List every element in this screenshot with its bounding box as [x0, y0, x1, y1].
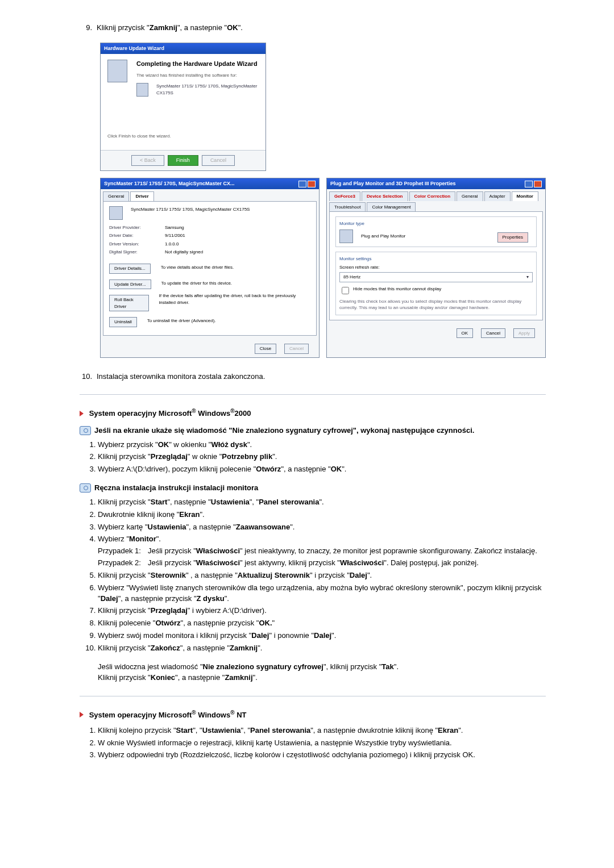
list-item: Wybierz przycisk "OK" w okienku "Włóż dy…	[98, 440, 546, 450]
driver-device: SyncMaster 171S/ 175S/ 170S, MagicSyncMa…	[131, 206, 250, 220]
update-driver-button[interactable]: Update Driver...	[109, 279, 151, 290]
tab-device-selection[interactable]: Device Selection	[362, 191, 408, 201]
list-item: Wybierz "Wyświetl listę znanych sterowni…	[98, 583, 546, 604]
tail-notes: Jeśli widoczna jest wiadomość "Nie znale…	[98, 662, 546, 683]
arrow-right-icon	[80, 410, 87, 418]
props-apply-button[interactable]: Apply	[513, 328, 535, 339]
step-number: 9.	[80, 23, 92, 34]
list-item: Wybierz kartę "Ustawienia", a następnie …	[98, 522, 546, 533]
list-item: Wybierz swój model monitora i kliknij pr…	[98, 631, 546, 641]
help-icon[interactable]	[298, 181, 306, 187]
monitor-settings-group: Monitor settings Screen refresh rate: 85…	[335, 252, 537, 315]
chevron-down-icon: ▾	[526, 274, 529, 281]
refresh-select[interactable]: 85 Hertz ▾	[339, 272, 533, 282]
subsection-manual-install: Ręczna instalacja instrukcji instalacji …	[80, 483, 546, 494]
list-item: Kliknij przycisk "Przeglądaj" i wybierz …	[98, 606, 546, 616]
close-icon[interactable]	[308, 181, 316, 187]
list-item: Kliknij kolejno przycisk "Start", "Ustaw…	[98, 725, 546, 736]
section-heading-win2000: System operacyjny Microsoft® Windows®200…	[80, 407, 546, 419]
list-item: Kliknij polecenie "Otwórz", a następnie …	[98, 618, 546, 629]
refresh-label: Screen refresh rate:	[339, 264, 533, 271]
props-ok-button[interactable]: OK	[457, 328, 474, 339]
hide-modes-note: Clearing this check box allows you to se…	[339, 298, 533, 311]
wizard-click-finish: Click Finish to close the wizard.	[107, 133, 259, 140]
section-divider	[80, 394, 546, 395]
step-number: 10.	[80, 372, 92, 382]
hide-modes-checkbox[interactable]	[342, 287, 349, 294]
wizard-heading: Completing the Hardware Update Wizard	[136, 60, 259, 69]
manual-steps: Kliknij przycisk "Start", następnie "Ust…	[80, 497, 546, 654]
subsection-signature: Jeśli na ekranie ukaże się wiadomość "Ni…	[80, 425, 546, 436]
tab-general[interactable]: General	[457, 191, 483, 201]
tab-driver[interactable]: Driver	[130, 191, 154, 201]
screenshot-monitor-properties: Plug and Play Monitor and 3D Prophet III…	[326, 178, 546, 358]
device-icon	[136, 83, 148, 97]
driver-details-button[interactable]: Driver Details...	[109, 264, 151, 274]
driver-signer: Not digitally signed	[165, 249, 203, 256]
list-item: W oknie Wyświetl informacje o rejestracj…	[98, 738, 546, 749]
tab-color-correction[interactable]: Color Correction	[409, 191, 456, 201]
list-item: Kliknij przycisk "Sterownik" , a następn…	[98, 570, 546, 581]
key-icon	[80, 426, 91, 435]
step-text: Kliknij przycisk "Zamknij", a nastepnie …	[97, 23, 243, 34]
driver-cancel-button[interactable]: Cancel	[284, 344, 309, 354]
signature-steps: Wybierz przycisk "OK" w okienku "Włóż dy…	[80, 440, 546, 475]
wizard-finish-button[interactable]: Finish	[168, 155, 198, 166]
driver-close-button[interactable]: Close	[255, 344, 276, 354]
tab-monitor[interactable]: Monitor	[512, 191, 538, 201]
list-item: Wybierz "Monitor". Przypadek 1: Jeśli pr…	[98, 534, 546, 569]
step-text: Instalacja sterownika monitora zostala z…	[97, 372, 265, 382]
list-item: Kliknij przycisk "Start", następnie "Ust…	[98, 497, 546, 508]
nt-steps: Kliknij kolejno przycisk "Start", "Ustaw…	[80, 725, 546, 761]
screenshot-driver-properties: SyncMaster 171S/ 175S/ 170S, MagicSyncMa…	[100, 178, 320, 358]
driver-date: 9/11/2001	[165, 232, 185, 239]
driver-title: SyncMaster 171S/ 175S/ 170S, MagicSyncMa…	[104, 180, 235, 187]
tab-color-mgmt[interactable]: Color Management	[367, 202, 416, 212]
step-9: 9. Kliknij przycisk "Zamknij", a nastepn…	[80, 23, 546, 34]
props-title: Plug and Play Monitor and 3D Prophet III…	[330, 180, 456, 187]
wizard-device: SyncMaster 171S/ 175S/ 170S, MagicSyncMa…	[156, 83, 259, 97]
section-heading-winnt: System operacyjny Microsoft® Windows® NT	[80, 709, 546, 721]
driver-version: 1.0.0.0	[165, 241, 179, 248]
tab-geforce[interactable]: GeForce3	[329, 191, 360, 201]
step-10: 10. Instalacja sterownika monitora zosta…	[80, 372, 546, 382]
uninstall-driver-button[interactable]: Uninstall	[109, 317, 137, 327]
case-1: Przypadek 1: Jeśli przycisk "Właściwości…	[98, 546, 546, 557]
tab-adapter[interactable]: Adapter	[484, 191, 511, 201]
rollback-driver-button[interactable]: Roll Back Driver	[109, 295, 149, 311]
driver-provider: Samsung	[165, 224, 184, 231]
screenshot-cluster: Hardware Update Wizard Completing the Ha…	[100, 43, 546, 358]
wizard-cancel-button[interactable]: Cancel	[202, 155, 235, 166]
hide-modes-label: Hide modes that this monitor cannot disp…	[353, 286, 441, 293]
section-divider	[80, 696, 546, 696]
close-icon[interactable]	[534, 181, 542, 187]
list-item: Kliknij przycisk "Zakończ", a następnie …	[98, 643, 546, 654]
monitor-type: Plug and Play Monitor	[361, 233, 405, 240]
tab-general[interactable]: General	[103, 191, 129, 201]
list-item: Kliknij przycisk "Przeglądaj" w oknie "P…	[98, 452, 546, 462]
wizard-subtext: The wizard has finished installing the s…	[136, 72, 259, 79]
list-item: Wybierz A:\(D:\driver), poczym kliknij p…	[98, 464, 546, 475]
arrow-right-icon	[80, 711, 87, 719]
device-icon	[109, 206, 123, 220]
wizard-title: Hardware Update Wizard	[104, 45, 164, 52]
key-icon	[80, 483, 91, 493]
list-item: Wybierz odpowiedni tryb (Rozdzielczość, …	[98, 750, 546, 761]
monitor-type-group: Monitor type Plug and Play Monitor Prope…	[335, 216, 537, 247]
wizard-hero-icon	[107, 60, 127, 82]
properties-button[interactable]: Properties	[497, 232, 528, 243]
list-item: Dwukrotnie kliknij ikonę "Ekran".	[98, 510, 546, 520]
case-2: Przypadek 2: Jeśli przycisk "Właściwości…	[98, 558, 546, 569]
monitor-icon	[339, 229, 353, 243]
wizard-back-button[interactable]: < Back	[131, 155, 164, 166]
tab-troubleshoot[interactable]: Troubleshoot	[329, 202, 366, 212]
help-icon[interactable]	[525, 181, 533, 187]
props-cancel-button[interactable]: Cancel	[481, 328, 505, 339]
wizard-titlebar: Hardware Update Wizard	[101, 43, 265, 54]
screenshot-wizard: Hardware Update Wizard Completing the Ha…	[100, 43, 266, 171]
